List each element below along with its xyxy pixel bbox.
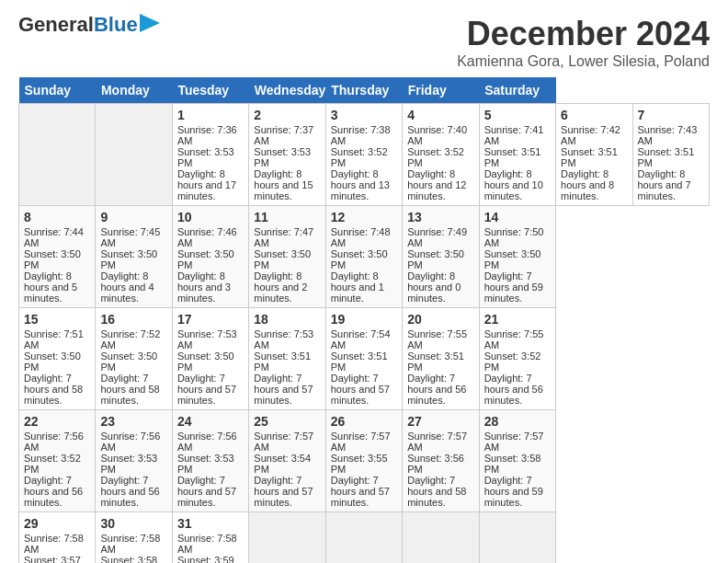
- sunrise-text: Sunrise: 7:49 AM: [407, 226, 467, 248]
- day-number: 31: [177, 516, 244, 531]
- daylight-text: Daylight: 8 hours and 2 minutes.: [254, 270, 307, 304]
- sunrise-text: Sunrise: 7:47 AM: [254, 226, 313, 248]
- calendar-week-row: 22Sunrise: 7:56 AMSunset: 3:52 PMDayligh…: [19, 410, 710, 512]
- daylight-text: Daylight: 8 hours and 0 minutes.: [407, 270, 461, 304]
- day-number: 29: [24, 516, 90, 531]
- calendar-cell: 17Sunrise: 7:53 AMSunset: 3:50 PMDayligh…: [172, 308, 248, 410]
- weekday-header-wednesday: Wednesday: [249, 77, 325, 104]
- day-number: 12: [331, 210, 397, 224]
- day-number: 9: [100, 210, 166, 224]
- calendar-cell: 3Sunrise: 7:38 AMSunset: 3:52 PMDaylight…: [325, 104, 402, 206]
- sunset-text: Sunset: 3:58 PM: [100, 555, 157, 563]
- title-area: December 2024 Kamienna Gora, Lower Siles…: [457, 15, 710, 70]
- sunset-text: Sunset: 3:50 PM: [484, 248, 541, 270]
- day-number: 21: [484, 312, 551, 327]
- calendar-cell: 10Sunrise: 7:46 AMSunset: 3:50 PMDayligh…: [172, 206, 248, 308]
- day-number: 16: [100, 312, 166, 327]
- sunrise-text: Sunrise: 7:45 AM: [100, 226, 160, 248]
- month-title: December 2024: [457, 15, 710, 53]
- daylight-text: Daylight: 8 hours and 17 minutes.: [177, 168, 236, 201]
- sunset-text: Sunset: 3:50 PM: [24, 248, 81, 270]
- calendar-table: SundayMondayTuesdayWednesdayThursdayFrid…: [18, 77, 710, 563]
- day-number: 3: [331, 108, 397, 122]
- sunrise-text: Sunrise: 7:55 AM: [484, 328, 544, 350]
- sunset-text: Sunset: 3:56 PM: [407, 453, 464, 475]
- sunrise-text: Sunrise: 7:51 AM: [24, 328, 84, 350]
- sunrise-text: Sunrise: 7:54 AM: [331, 328, 391, 350]
- sunset-text: Sunset: 3:53 PM: [254, 146, 311, 168]
- sunrise-text: Sunrise: 7:55 AM: [407, 328, 467, 350]
- daylight-text: Daylight: 8 hours and 3 minutes.: [177, 270, 231, 304]
- calendar-cell: [325, 512, 402, 564]
- sunrise-text: Sunrise: 7:57 AM: [484, 431, 544, 453]
- sunrise-text: Sunrise: 7:53 AM: [177, 328, 237, 350]
- sunset-text: Sunset: 3:53 PM: [177, 146, 234, 168]
- daylight-text: Daylight: 7 hours and 56 minutes.: [484, 373, 543, 406]
- page-header: GeneralBlue December 2024 Kamienna Gora,…: [18, 15, 710, 70]
- sunrise-text: Sunrise: 7:57 AM: [254, 431, 313, 453]
- calendar-cell: 16Sunrise: 7:52 AMSunset: 3:50 PMDayligh…: [96, 308, 172, 410]
- sunset-text: Sunset: 3:57 PM: [24, 555, 81, 563]
- logo: GeneralBlue: [18, 15, 160, 35]
- sunrise-text: Sunrise: 7:57 AM: [331, 431, 391, 453]
- daylight-text: Daylight: 7 hours and 58 minutes.: [100, 373, 159, 406]
- sunset-text: Sunset: 3:51 PM: [407, 350, 464, 373]
- day-number: 27: [407, 414, 473, 429]
- calendar-cell: 22Sunrise: 7:56 AMSunset: 3:52 PMDayligh…: [19, 410, 96, 512]
- calendar-cell: 20Sunrise: 7:55 AMSunset: 3:51 PMDayligh…: [403, 308, 479, 410]
- day-number: 20: [407, 312, 473, 327]
- day-number: 8: [24, 210, 90, 224]
- calendar-cell: [249, 512, 325, 564]
- calendar-cell: 12Sunrise: 7:48 AMSunset: 3:50 PMDayligh…: [325, 206, 402, 308]
- calendar-cell: [96, 104, 172, 206]
- sunrise-text: Sunrise: 7:40 AM: [407, 124, 467, 146]
- sunset-text: Sunset: 3:55 PM: [331, 453, 388, 475]
- sunrise-text: Sunrise: 7:46 AM: [177, 226, 237, 248]
- calendar-cell: 8Sunrise: 7:44 AMSunset: 3:50 PMDaylight…: [19, 206, 96, 308]
- calendar-cell: 26Sunrise: 7:57 AMSunset: 3:55 PMDayligh…: [325, 410, 402, 512]
- calendar-cell: 14Sunrise: 7:50 AMSunset: 3:50 PMDayligh…: [479, 206, 555, 308]
- calendar-cell: 4Sunrise: 7:40 AMSunset: 3:52 PMDaylight…: [403, 104, 479, 206]
- weekday-header-friday: Friday: [403, 77, 479, 104]
- sunrise-text: Sunrise: 7:50 AM: [484, 226, 544, 248]
- daylight-text: Daylight: 7 hours and 59 minutes.: [484, 475, 543, 508]
- sunrise-text: Sunrise: 7:37 AM: [254, 124, 313, 146]
- sunrise-text: Sunrise: 7:44 AM: [24, 226, 84, 248]
- sunset-text: Sunset: 3:54 PM: [254, 453, 311, 475]
- daylight-text: Daylight: 7 hours and 58 minutes.: [24, 373, 83, 406]
- sunrise-text: Sunrise: 7:56 AM: [100, 431, 160, 453]
- sunset-text: Sunset: 3:53 PM: [177, 453, 234, 475]
- day-number: 2: [254, 108, 320, 122]
- day-number: 1: [177, 108, 244, 122]
- sunset-text: Sunset: 3:53 PM: [100, 453, 157, 475]
- sunset-text: Sunset: 3:50 PM: [254, 248, 311, 270]
- sunset-text: Sunset: 3:59 PM: [177, 555, 234, 563]
- day-number: 18: [254, 312, 320, 327]
- day-number: 25: [254, 414, 320, 429]
- calendar-header-row: SundayMondayTuesdayWednesdayThursdayFrid…: [19, 77, 710, 104]
- sunrise-text: Sunrise: 7:43 AM: [638, 124, 698, 146]
- sunset-text: Sunset: 3:51 PM: [331, 350, 388, 373]
- calendar-cell: 28Sunrise: 7:57 AMSunset: 3:58 PMDayligh…: [479, 410, 555, 512]
- daylight-text: Daylight: 7 hours and 57 minutes.: [177, 475, 236, 508]
- day-number: 26: [331, 414, 397, 429]
- day-number: 17: [177, 312, 244, 327]
- calendar-cell: 30Sunrise: 7:58 AMSunset: 3:58 PMDayligh…: [96, 512, 172, 564]
- sunrise-text: Sunrise: 7:56 AM: [177, 431, 237, 453]
- calendar-cell: [479, 512, 555, 564]
- sunrise-text: Sunrise: 7:52 AM: [100, 328, 160, 350]
- calendar-week-row: 29Sunrise: 7:58 AMSunset: 3:57 PMDayligh…: [19, 512, 710, 564]
- daylight-text: Daylight: 7 hours and 57 minutes.: [331, 373, 390, 406]
- weekday-header-thursday: Thursday: [325, 77, 402, 104]
- calendar-cell: 7Sunrise: 7:43 AMSunset: 3:51 PMDaylight…: [632, 104, 710, 206]
- sunrise-text: Sunrise: 7:36 AM: [177, 124, 237, 146]
- weekday-header-saturday: Saturday: [479, 77, 555, 104]
- daylight-text: Daylight: 8 hours and 13 minutes.: [331, 168, 390, 201]
- day-number: 30: [100, 516, 166, 531]
- day-number: 10: [177, 210, 244, 224]
- day-number: 28: [484, 414, 551, 429]
- daylight-text: Daylight: 8 hours and 8 minutes.: [561, 168, 614, 201]
- daylight-text: Daylight: 7 hours and 57 minutes.: [254, 475, 313, 508]
- sunset-text: Sunset: 3:50 PM: [100, 350, 157, 373]
- daylight-text: Daylight: 7 hours and 58 minutes.: [407, 475, 466, 508]
